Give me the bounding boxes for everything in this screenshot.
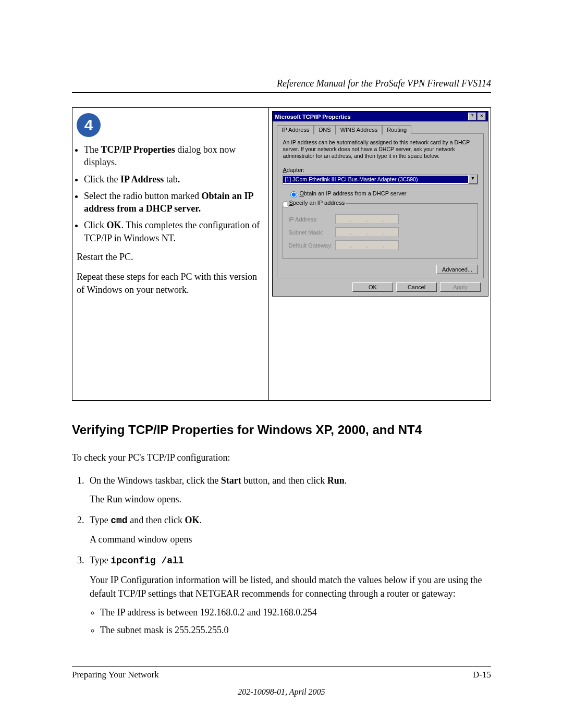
chevron-down-icon[interactable]: ▼ bbox=[468, 175, 478, 184]
step-bullet-3: Select the radio button marked Obtain an… bbox=[84, 190, 264, 215]
section-heading: Verifying TCP/IP Properties for Windows … bbox=[72, 423, 491, 437]
subnet-label: Subnet Mask: bbox=[288, 229, 335, 236]
footer-row: Preparing Your Network D-15 bbox=[72, 670, 491, 680]
apply-button[interactable]: Apply bbox=[440, 282, 481, 292]
dialog-description: An IP address can be automatically assig… bbox=[283, 139, 478, 159]
tab-bar: IP Address DNS WINS Address Routing bbox=[277, 125, 484, 134]
advanced-row: Advanced... bbox=[283, 266, 478, 273]
step-2: Type cmd and then click OK. A command wi… bbox=[87, 513, 491, 546]
tab-wins[interactable]: WINS Address bbox=[336, 125, 383, 134]
footer-left: Preparing Your Network bbox=[72, 670, 159, 680]
dialog-title: Microsoft TCP/IP Properties bbox=[275, 114, 467, 120]
gateway-label: Default Gateway: bbox=[288, 242, 335, 249]
step-3-para: Your IP Configuration information will b… bbox=[90, 573, 491, 600]
tab-ip-address[interactable]: IP Address bbox=[277, 125, 314, 134]
ok-button[interactable]: OK bbox=[352, 282, 393, 292]
document-page: Reference Manual for the ProSafe VPN Fir… bbox=[0, 0, 563, 728]
header-rule bbox=[72, 92, 491, 93]
step-3-sub2: The subnet mask is 255.255.255.0 bbox=[100, 623, 491, 637]
specify-label: Specify an IP address bbox=[287, 200, 346, 206]
subnet-input[interactable]: ... bbox=[335, 227, 399, 237]
step-3-sub1: The IP address is between 192.168.0.2 an… bbox=[100, 606, 491, 619]
step-1: On the Windows taskbar, click the Start … bbox=[87, 474, 491, 506]
intro-text: To check your PC's TCP/IP configuration: bbox=[72, 451, 491, 464]
step-number-badge: 4 bbox=[77, 113, 101, 137]
dialog-titlebar: Microsoft TCP/IP Properties ? × bbox=[273, 112, 488, 121]
step-bullet-2: Click the IP Address tab. bbox=[84, 173, 264, 186]
adapter-selected: [1] 3Com Etherlink III PCI Bus-Master Ad… bbox=[283, 176, 468, 183]
step-table: 4 The TCP/IP Properties dialog box now d… bbox=[72, 107, 491, 401]
subnet-row: Subnet Mask: ... bbox=[288, 227, 472, 237]
gateway-input[interactable]: ... bbox=[335, 240, 399, 250]
tab-panel: An IP address can be automatically assig… bbox=[277, 133, 484, 278]
repeat-text: Repeat these steps for each PC with this… bbox=[77, 270, 264, 296]
running-header: Reference Manual for the ProSafe VPN Fir… bbox=[72, 78, 491, 89]
radio-obtain[interactable] bbox=[290, 191, 297, 198]
footer-right: D-15 bbox=[473, 670, 491, 680]
steps-list: On the Windows taskbar, click the Start … bbox=[72, 474, 491, 637]
page-footer: Preparing Your Network D-15 202-10098-01… bbox=[72, 666, 491, 697]
close-icon[interactable]: × bbox=[478, 113, 486, 120]
dialog-body: IP Address DNS WINS Address Routing An I… bbox=[273, 121, 488, 296]
tab-routing[interactable]: Routing bbox=[382, 125, 411, 134]
radio-obtain-row[interactable]: Obtain an IP address from a DHCP server bbox=[288, 190, 478, 198]
adapter-label: Adapter: bbox=[283, 167, 478, 173]
dialog-footer: OK Cancel Apply bbox=[277, 278, 484, 292]
restart-text: Restart the PC. bbox=[77, 251, 264, 263]
screenshot-cell: Microsoft TCP/IP Properties ? × IP Addre… bbox=[269, 108, 491, 401]
step-2-line2: A command window opens bbox=[90, 533, 491, 546]
help-icon[interactable]: ? bbox=[468, 113, 476, 120]
ip-address-input[interactable]: ... bbox=[335, 214, 399, 224]
ip-address-row: IP Address: ... bbox=[288, 214, 472, 224]
gateway-row: Default Gateway: ... bbox=[288, 240, 472, 250]
footer-rule bbox=[72, 666, 491, 667]
footer-date: 202-10098-01, April 2005 bbox=[72, 687, 491, 697]
tab-dns[interactable]: DNS bbox=[314, 125, 335, 134]
step-bullet-4: Click OK. This completes the configurati… bbox=[84, 219, 264, 244]
step-text-cell: 4 The TCP/IP Properties dialog box now d… bbox=[72, 108, 269, 401]
step-3-sublist: The IP address is between 192.168.0.2 an… bbox=[90, 606, 491, 637]
step-bullet-1: The TCP/IP Properties dialog box now dis… bbox=[84, 143, 264, 169]
step-bullets: The TCP/IP Properties dialog box now dis… bbox=[77, 143, 264, 244]
ip-address-label: IP Address: bbox=[288, 216, 335, 223]
tcpip-properties-dialog: Microsoft TCP/IP Properties ? × IP Addre… bbox=[272, 111, 488, 297]
specify-groupbox: Specify an IP address IP Address: ... Su… bbox=[283, 203, 478, 259]
step-3: Type ipconfig /all Your IP Configuration… bbox=[87, 553, 491, 636]
cancel-button[interactable]: Cancel bbox=[396, 282, 437, 292]
advanced-button[interactable]: Advanced... bbox=[436, 265, 478, 274]
step-1-line2: The Run window opens. bbox=[90, 492, 491, 506]
adapter-dropdown[interactable]: [1] 3Com Etherlink III PCI Bus-Master Ad… bbox=[283, 174, 478, 184]
